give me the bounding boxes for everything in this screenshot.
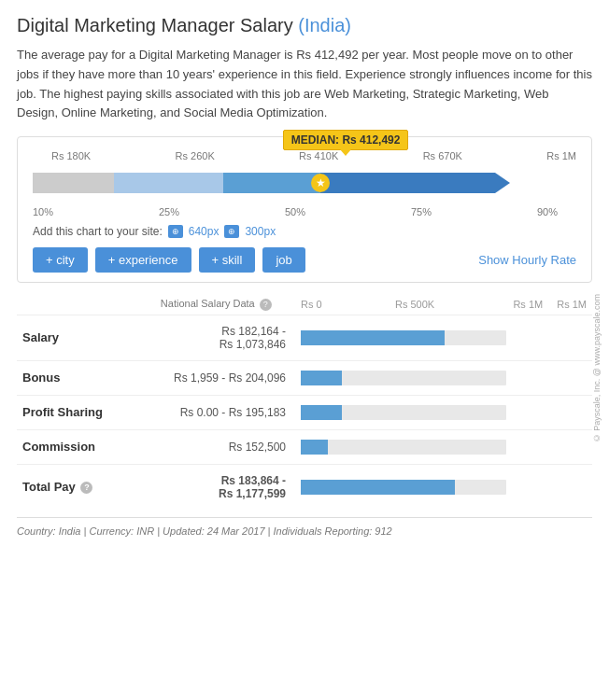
table-row: Bonus Rs 1,959 - Rs 204,096 — [17, 360, 592, 395]
pct-90: 90% — [537, 206, 558, 217]
row-extra-profit — [548, 395, 592, 429]
row-bar-profit — [295, 395, 548, 429]
th-rs0: Rs 0 — [295, 294, 365, 315]
salary-data-table: National Salary Data ? Rs 0 Rs 500K Rs 1… — [17, 294, 592, 510]
scale-label-5: Rs 1M — [546, 150, 576, 161]
table-row: Commission Rs 152,500 — [17, 429, 592, 464]
national-help[interactable]: ? — [260, 299, 272, 311]
totalpay-help[interactable]: ? — [80, 482, 92, 494]
footer-note: Country: India | Currency: INR | Updated… — [17, 517, 592, 537]
bar-segment-medblue — [223, 173, 321, 193]
row-extra-bonus — [548, 360, 592, 395]
th-rs1m-right: Rs 1M — [548, 294, 592, 315]
description-text: The average pay for a Digital Marketing … — [17, 46, 592, 123]
table-row: Profit Sharing Rs 0.00 - Rs 195,183 — [17, 395, 592, 429]
bar-segment-lightblue — [114, 173, 222, 193]
row-bar-bonus — [295, 360, 548, 395]
salary-scale: Rs 180K Rs 260K Rs 410K Rs 670K Rs 1M — [33, 150, 576, 161]
bar-arrow — [495, 173, 510, 193]
row-extra-salary — [548, 315, 592, 360]
salary-chart-box: Rs 180K Rs 260K Rs 410K Rs 670K Rs 1M ME… — [17, 136, 592, 283]
payscale-watermark: © Payscale, Inc. @ www.payscale.com — [592, 294, 602, 442]
chart-footer: Add this chart to your site: ⊕ 640px ⊕ 3… — [33, 225, 576, 238]
row-value-commission: Rs 152,500 — [137, 429, 295, 464]
row-extra-totalpay — [548, 464, 592, 510]
link-640[interactable]: 640px — [189, 225, 220, 238]
th-rs500k: Rs 500K — [365, 294, 463, 315]
show-hourly-link[interactable]: Show Hourly Rate — [478, 253, 576, 267]
scale-label-3: Rs 410K — [299, 150, 338, 161]
page-title: Digital Marketing Manager Salary (India) — [17, 15, 592, 36]
salary-table-wrapper: National Salary Data ? Rs 0 Rs 500K Rs 1… — [17, 294, 592, 537]
row-bar-salary — [295, 315, 548, 360]
bar-segment-gray — [33, 173, 114, 193]
row-bar-totalpay — [295, 464, 548, 510]
skill-button[interactable]: + skill — [199, 247, 256, 273]
chart-icon-640: ⊕ — [168, 225, 183, 238]
bar-track — [33, 173, 576, 193]
job-button[interactable]: job — [262, 247, 304, 273]
row-label-commission: Commission — [17, 429, 137, 464]
experience-button[interactable]: + experience — [95, 247, 191, 273]
actions-row: + city + experience + skill job Show Hou… — [33, 247, 576, 273]
national-label: National Salary Data — [161, 298, 255, 309]
median-star: ★ — [311, 174, 330, 192]
th-rs1m: Rs 1M — [464, 294, 548, 315]
th-empty — [17, 294, 137, 315]
row-extra-commission — [548, 429, 592, 464]
row-label-bonus: Bonus — [17, 360, 137, 395]
link-300[interactable]: 300px — [245, 225, 276, 238]
bar-arrow-end — [495, 173, 510, 193]
pct-50: 50% — [285, 206, 305, 217]
table-row: Salary Rs 182,164 -Rs 1,073,846 — [17, 315, 592, 360]
row-value-totalpay: Rs 183,864 -Rs 1,177,599 — [137, 464, 295, 510]
scale-label-2: Rs 260K — [176, 150, 215, 161]
row-label-profit: Profit Sharing — [17, 395, 137, 429]
salary-bar-container: MEDIAN: Rs 412,492 ★ — [33, 165, 576, 201]
median-tooltip: MEDIAN: Rs 412,492 — [283, 130, 409, 150]
pct-25: 25% — [159, 206, 179, 217]
percentile-labels: 10% 25% 50% 75% 90% — [33, 206, 576, 217]
th-national: National Salary Data ? — [137, 294, 295, 315]
chart-icon-300: ⊕ — [224, 225, 239, 238]
scale-label-1: Rs 180K — [51, 150, 91, 161]
scale-label-4: Rs 670K — [423, 150, 462, 161]
row-bar-commission — [295, 429, 548, 464]
pct-75: 75% — [411, 206, 432, 217]
bar-bg — [33, 173, 576, 193]
row-value-profit: Rs 0.00 - Rs 195,183 — [137, 395, 295, 429]
row-label-totalpay: Total Pay ? — [17, 464, 137, 510]
add-chart-text: Add this chart to your site: — [33, 225, 163, 238]
table-row: Total Pay ? Rs 183,864 -Rs 1,177,599 — [17, 464, 592, 510]
row-value-bonus: Rs 1,959 - Rs 204,096 — [137, 360, 295, 395]
pct-10: 10% — [33, 206, 53, 217]
bar-segment-darkblue — [320, 173, 494, 193]
city-button[interactable]: + city — [33, 247, 88, 273]
row-value-salary: Rs 182,164 -Rs 1,073,846 — [137, 315, 295, 360]
row-label-salary: Salary — [17, 315, 137, 360]
